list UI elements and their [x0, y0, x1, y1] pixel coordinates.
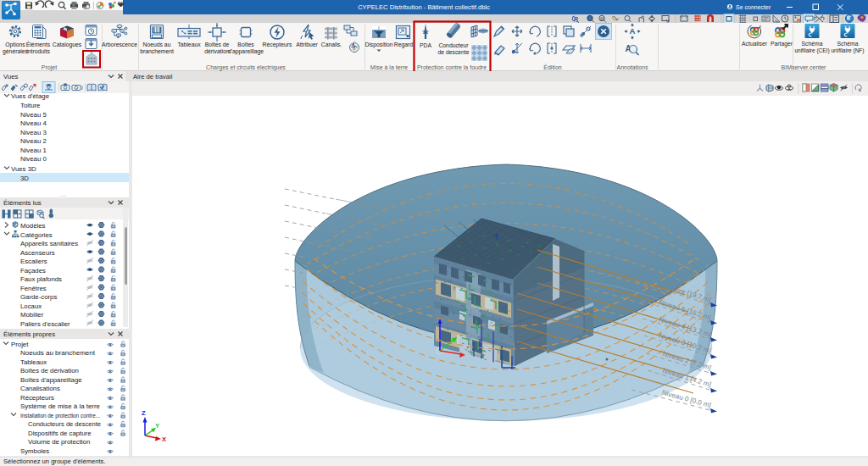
svg-text:Ascenseurs: Ascenseurs — [20, 249, 55, 257]
svg-text:Arborescence: Arborescence — [102, 42, 137, 47]
svg-text:de descente: de descente — [437, 49, 469, 55]
svg-text:Garde-corps: Garde-corps — [20, 293, 57, 301]
svg-text:d'appareillage: d'appareillage — [228, 48, 264, 55]
svg-text:générales: générales — [3, 48, 28, 55]
svg-text:A: A — [630, 26, 636, 36]
svg-text:Schéma: Schéma — [802, 41, 823, 47]
svg-text:Partager: Partager — [771, 41, 793, 47]
svg-text:Mise à la terre: Mise à la terre — [370, 64, 408, 70]
svg-text:PDA: PDA — [420, 42, 431, 48]
svg-text:Tableaux: Tableaux — [20, 358, 47, 366]
svg-text:Boîtes: Boîtes — [237, 42, 254, 47]
svg-text:Boîtes d'appareillage: Boîtes d'appareillage — [20, 376, 82, 384]
svg-text:Faux plafonds: Faux plafonds — [20, 275, 62, 283]
svg-text:Éléments propres: Éléments propres — [3, 330, 55, 338]
svg-text:Canalisations: Canalisations — [20, 385, 60, 392]
svg-text:CYPELEC Distribution - Bâtimen: CYPELEC Distribution - Bâtiment collecti… — [358, 3, 490, 11]
svg-text:Toiture: Toiture — [20, 102, 40, 109]
svg-text:Conducteurs de descente: Conducteurs de descente — [28, 420, 101, 428]
svg-text:Projet: Projet — [42, 64, 57, 71]
svg-text:unifilaire (CEI): unifilaire (CEI) — [794, 47, 829, 54]
svg-text:Locaux: Locaux — [20, 302, 42, 310]
svg-text:Niveau 2: Niveau 2 — [20, 137, 47, 145]
svg-text:Conducteur: Conducteur — [438, 42, 469, 48]
svg-text:Se connecter: Se connecter — [736, 4, 771, 10]
svg-text:Système de mise à la terre: Système de mise à la terre — [20, 402, 100, 410]
svg-text:Catégories: Catégories — [20, 231, 53, 239]
svg-text:Vues d'étage: Vues d'étage — [11, 92, 49, 100]
svg-text:Sélectionnez un groupe d'éléme: Sélectionnez un groupe d'éléments. — [3, 458, 106, 465]
svg-text:BIMserver.center: BIMserver.center — [782, 64, 827, 70]
svg-text:Options: Options — [5, 42, 25, 48]
svg-text:Mobilier: Mobilier — [20, 311, 44, 319]
svg-text:Vues 3D: Vues 3D — [11, 165, 36, 173]
svg-text:Façades: Façades — [20, 267, 46, 275]
svg-text:Annotations: Annotations — [617, 64, 648, 70]
svg-text:....: .... — [59, 191, 67, 198]
svg-text:Regard: Regard — [394, 42, 414, 48]
svg-text:@: @ — [600, 16, 605, 21]
svg-text:Protection contre la foudre: Protection contre la foudre — [417, 64, 487, 70]
svg-text:Projet: Projet — [11, 341, 29, 348]
svg-text:Catalogues: Catalogues — [53, 42, 82, 48]
svg-text:Escaliers: Escaliers — [20, 258, 47, 265]
svg-text:branchement: branchement — [140, 48, 174, 54]
svg-text:Éléments: Éléments — [26, 41, 51, 47]
svg-text:unifilaire (NF): unifilaire (NF) — [831, 47, 864, 54]
svg-text:Boîtes de: Boîtes de — [205, 42, 230, 47]
svg-text:Édition: Édition — [543, 64, 562, 70]
svg-text:Niveau 4: Niveau 4 — [20, 119, 47, 127]
svg-text:Installation de protection con: Installation de protection contre... — [20, 412, 100, 419]
svg-text:Z: Z — [142, 409, 146, 417]
svg-text:Noeuds au branchement: Noeuds au branchement — [20, 349, 96, 357]
svg-text:R: R — [574, 16, 578, 22]
svg-text:dérivation: dérivation — [204, 48, 230, 54]
svg-text:Modèles: Modèles — [20, 222, 46, 230]
svg-text:Boîtes de dérivation: Boîtes de dérivation — [20, 367, 79, 374]
svg-text:Symboles: Symboles — [20, 447, 49, 455]
svg-text:Noeuds au: Noeuds au — [143, 42, 171, 47]
svg-text:Éléments lus: Éléments lus — [3, 199, 42, 207]
svg-text:Niveau 1: Niveau 1 — [20, 147, 47, 154]
svg-text:Niveau 0: Niveau 0 — [20, 155, 47, 163]
svg-text:Attribuer: Attribuer — [296, 42, 318, 47]
svg-text:Aire de travail: Aire de travail — [133, 73, 173, 80]
svg-text:Volume de protection: Volume de protection — [28, 438, 90, 446]
svg-text:Y: Y — [155, 422, 159, 430]
svg-text:Canalis.: Canalis. — [321, 42, 342, 47]
svg-text:Fenêtres: Fenêtres — [20, 285, 47, 292]
svg-text:Récepteurs: Récepteurs — [263, 42, 292, 48]
svg-text:Vues: Vues — [3, 73, 19, 80]
svg-text:Tableaux: Tableaux — [177, 42, 201, 47]
svg-text:X: X — [162, 435, 166, 443]
svg-text:3D: 3D — [20, 175, 29, 182]
svg-text:Charges et circuits électrique: Charges et circuits électriques — [206, 64, 286, 71]
svg-text:Appareils sanitaires: Appareils sanitaires — [20, 240, 78, 247]
svg-text:Récepteurs: Récepteurs — [20, 394, 54, 402]
svg-text:Dispositifs de capture: Dispositifs de capture — [28, 430, 92, 437]
svg-text:Disposition: Disposition — [364, 42, 392, 48]
svg-text:Niveau 3: Niveau 3 — [20, 129, 47, 136]
svg-text:Niveau 5: Niveau 5 — [20, 111, 47, 119]
svg-text:introduits: introduits — [26, 48, 50, 54]
svg-text:Schéma: Schéma — [837, 41, 859, 47]
svg-text:Actualiser: Actualiser — [742, 41, 768, 47]
